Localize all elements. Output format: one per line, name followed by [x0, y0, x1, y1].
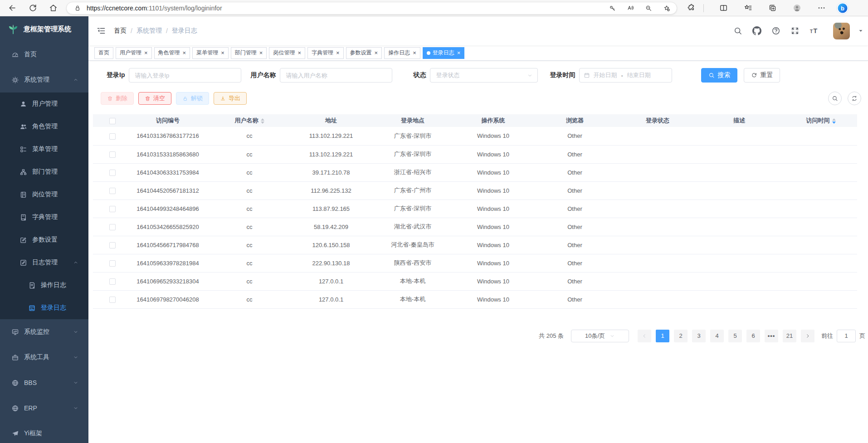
tab-用户管理[interactable]: 用户管理×	[116, 47, 152, 59]
browser-back-icon[interactable]	[5, 2, 19, 15]
zoom-out-icon[interactable]	[643, 3, 654, 14]
collections-icon[interactable]	[766, 2, 779, 15]
row-checkbox[interactable]	[109, 224, 116, 230]
tab-角色管理[interactable]: 角色管理×	[154, 47, 190, 59]
tab-岗位管理[interactable]: 岗位管理×	[269, 47, 305, 59]
tab-close-icon[interactable]: ×	[336, 50, 340, 56]
select-all-checkbox[interactable]	[109, 118, 116, 124]
fullscreen-icon[interactable]	[790, 26, 800, 35]
sidebar-item-system-monitor[interactable]: 系统监控	[0, 319, 88, 345]
pager-page-2[interactable]: 2	[674, 330, 688, 342]
extensions-icon[interactable]	[684, 2, 698, 15]
browser-refresh-icon[interactable]	[26, 2, 39, 15]
tab-close-icon[interactable]: ×	[457, 50, 461, 56]
tab-字典管理[interactable]: 字典管理×	[307, 47, 344, 59]
pager-page-1[interactable]: 1	[656, 330, 669, 342]
sidebar-item-erp[interactable]: ERP	[0, 395, 88, 421]
row-checkbox[interactable]	[109, 170, 116, 176]
sidebar-item-dept-management[interactable]: 部门管理	[0, 161, 88, 183]
column-header-time[interactable]: 访问时间	[785, 114, 857, 127]
github-icon[interactable]	[752, 26, 761, 35]
lock-icon[interactable]	[72, 3, 83, 14]
row-checkbox[interactable]	[109, 297, 116, 303]
login-ip-input[interactable]	[129, 68, 241, 83]
sidebar-item-bbs[interactable]: BBS	[0, 370, 88, 395]
menu-fold-icon[interactable]	[97, 26, 106, 35]
pager-page-4[interactable]: 4	[710, 330, 724, 342]
breadcrumb-home[interactable]: 首页	[114, 27, 127, 35]
tab-close-icon[interactable]: ×	[221, 50, 224, 56]
table-refresh-button[interactable]	[848, 92, 861, 105]
sidebar-item-system-tools[interactable]: 系统工具	[0, 345, 88, 370]
bing-chat-icon[interactable]: b	[836, 2, 849, 15]
row-checkbox[interactable]	[109, 242, 116, 248]
tab-close-icon[interactable]: ×	[144, 50, 148, 56]
pager-next-button[interactable]	[801, 330, 814, 342]
delete-button[interactable]: 删除	[101, 92, 134, 105]
search-button[interactable]: 搜索	[701, 68, 737, 83]
status-select[interactable]: 登录状态	[430, 68, 538, 83]
pager-page-5[interactable]: 5	[728, 330, 742, 342]
row-checkbox[interactable]	[109, 151, 116, 158]
reset-button[interactable]: 重置	[744, 68, 780, 83]
browser-home-icon[interactable]	[46, 2, 60, 15]
header-search-icon[interactable]	[733, 26, 742, 35]
tab-close-icon[interactable]: ×	[375, 50, 378, 56]
tab-close-icon[interactable]: ×	[297, 50, 301, 56]
cell-id: 1641069798270046208	[132, 290, 204, 308]
sidebar-item-yi-framework[interactable]: Yi框架	[0, 421, 88, 443]
favorite-add-icon[interactable]	[661, 3, 672, 14]
tab-登录日志[interactable]: 登录日志×	[423, 47, 465, 59]
read-aloud-icon[interactable]	[625, 3, 636, 14]
sidebar-item-operation-log[interactable]: 操作日志	[0, 274, 88, 297]
tab-操作日志[interactable]: 操作日志×	[384, 47, 420, 59]
pager-page-21[interactable]: 21	[783, 330, 796, 342]
sidebar-item-user-management[interactable]: 用户管理	[0, 92, 88, 115]
sidebar-item-login-log[interactable]: 登录日志	[0, 297, 88, 319]
sidebar-item-system-management[interactable]: 系统管理	[0, 67, 88, 92]
tab-close-icon[interactable]: ×	[183, 50, 186, 56]
tab-参数设置[interactable]: 参数设置×	[346, 47, 382, 59]
tab-部门管理[interactable]: 部门管理×	[231, 47, 267, 59]
pager-page-6[interactable]: 6	[746, 330, 760, 342]
login-time-range-picker[interactable]: 开始日期 - 结束日期	[579, 68, 672, 83]
unlock-button[interactable]: 解锁	[176, 92, 209, 105]
tab-close-icon[interactable]: ×	[259, 50, 263, 56]
help-question-icon[interactable]	[771, 26, 780, 35]
sidebar-item-dict-management[interactable]: 字典管理	[0, 206, 88, 229]
sidebar-item-post-management[interactable]: 岗位管理	[0, 183, 88, 206]
export-button[interactable]: 导出	[214, 92, 247, 105]
row-checkbox[interactable]	[109, 278, 116, 285]
tab-close-icon[interactable]: ×	[413, 50, 416, 56]
split-screen-icon[interactable]	[717, 2, 730, 15]
clear-button[interactable]: 清空	[138, 92, 171, 105]
tab-首页[interactable]: 首页	[94, 47, 113, 59]
sidebar-item-log-management[interactable]: 日志管理	[0, 251, 88, 274]
sidebar-item-role-management[interactable]: 角色管理	[0, 115, 88, 138]
tab-菜单管理[interactable]: 菜单管理×	[192, 47, 229, 59]
user-avatar[interactable]	[833, 23, 850, 39]
browser-more-icon[interactable]	[814, 2, 828, 15]
browser-profile-icon[interactable]	[790, 2, 804, 15]
pager-prev-button[interactable]	[638, 330, 651, 342]
table-search-toggle-button[interactable]	[828, 92, 842, 105]
pager-ellipsis[interactable]: •••	[765, 330, 778, 342]
sidebar-item-menu-management[interactable]: 菜单管理	[0, 138, 88, 161]
font-size-icon[interactable]: TT	[809, 26, 819, 35]
row-checkbox[interactable]	[109, 206, 116, 212]
pager-page-3[interactable]: 3	[692, 330, 706, 342]
pager-goto-input[interactable]	[837, 330, 856, 342]
row-checkbox[interactable]	[109, 188, 116, 194]
avatar-caret-icon[interactable]	[858, 28, 863, 34]
column-header-user[interactable]: 用户名称	[204, 114, 295, 127]
page-size-select[interactable]: 10条/页	[571, 330, 629, 342]
row-checkbox[interactable]	[109, 260, 116, 267]
favorites-bar-icon[interactable]	[741, 2, 755, 15]
sidebar-item-home[interactable]: 首页	[0, 42, 88, 67]
user-name-input[interactable]	[280, 68, 392, 83]
sidebar-item-param-settings[interactable]: 参数设置	[0, 229, 88, 251]
url-bar[interactable]: https://ccnetcore.com:1101/system/log/lo…	[66, 2, 677, 15]
row-checkbox[interactable]	[109, 133, 116, 140]
users-icon	[20, 123, 27, 131]
password-key-icon[interactable]	[607, 3, 618, 14]
